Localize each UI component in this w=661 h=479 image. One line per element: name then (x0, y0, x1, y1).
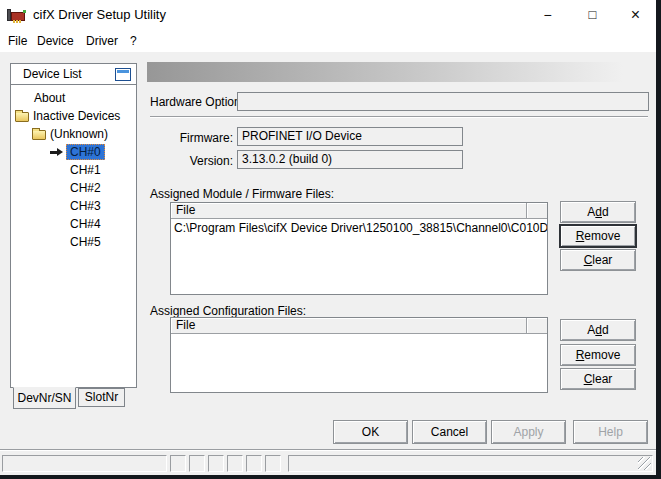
module-files-label: Assigned Module / Firmware Files: (150, 187, 334, 201)
list-header-filler (527, 203, 547, 219)
list-header: File (171, 318, 547, 334)
button-accel-part: d (595, 323, 602, 337)
button-label-part: d (602, 323, 609, 337)
button-label-part: lear (592, 253, 612, 267)
menu-bar: File Device Driver ? (0, 30, 656, 52)
cancel-button[interactable]: Cancel (412, 420, 487, 444)
device-list-panel: Device List About Inactive Devices (Unkn… (10, 63, 137, 388)
tree-item-ch3[interactable]: CH#3 (11, 197, 136, 215)
menu-device[interactable]: Device (33, 30, 78, 52)
screenshot-canvas: cifX Driver Setup Utility − □ × File Dev… (0, 0, 661, 479)
firmware-value-field: PROFINET I/O Device (237, 127, 463, 146)
tree-item-unknown-device[interactable]: (Unknown) (11, 125, 136, 143)
tree-item-label: Inactive Devices (33, 107, 120, 125)
device-list-title: Device List (23, 64, 82, 84)
tree-item-label: CH#1 (70, 161, 101, 179)
menu-file[interactable]: File (4, 30, 31, 52)
help-button: Help (573, 420, 648, 444)
config-clear-button[interactable]: Clear (560, 368, 636, 390)
module-add-button[interactable]: Add (560, 201, 636, 223)
tab-slotnr[interactable]: SlotNr (78, 388, 125, 407)
config-add-button[interactable]: Add (560, 319, 636, 341)
statusbar-panel-square (246, 455, 262, 472)
config-remove-button[interactable]: Remove (560, 344, 636, 366)
config-files-list[interactable]: File (170, 317, 548, 393)
menu-help[interactable]: ? (126, 30, 141, 52)
cifx-driver-setup-window: cifX Driver Setup Utility − □ × File Dev… (0, 0, 656, 475)
statusbar-panel-main (2, 455, 167, 472)
app-icon-part (13, 20, 15, 23)
hardware-option-label: Hardware Option: (150, 95, 244, 109)
statusbar-panel-square (265, 455, 281, 472)
tree-item-label: CH#5 (70, 233, 101, 251)
minimize-icon[interactable]: − (525, 0, 570, 30)
apply-button: Apply (491, 420, 566, 444)
statusbar-panel-right (288, 455, 653, 472)
tree-item-label: About (34, 89, 65, 107)
config-files-label: Assigned Configuration Files: (150, 304, 306, 318)
tree-item-label: CH#2 (70, 179, 101, 197)
title-bar[interactable]: cifX Driver Setup Utility − □ × (0, 0, 656, 30)
current-channel-arrow-icon (49, 146, 64, 158)
resize-grip[interactable] (638, 457, 651, 470)
version-label: Version: (150, 154, 233, 168)
separator-line (150, 116, 648, 118)
button-label-part: emove (584, 348, 620, 362)
device-tree: About Inactive Devices (Unknown) CH#0 CH… (11, 85, 136, 251)
maximize-icon[interactable]: □ (570, 0, 615, 30)
statusbar-panel-square (189, 455, 205, 472)
button-label-part: d (602, 205, 609, 219)
device-list-header: Device List (11, 64, 136, 85)
statusbar-panel-square (208, 455, 224, 472)
tree-item-ch1[interactable]: CH#1 (11, 161, 136, 179)
app-icon-part (23, 10, 26, 13)
tree-item-ch4[interactable]: CH#4 (11, 215, 136, 233)
section-gradient-banner (147, 62, 648, 82)
device-list-window-icon[interactable] (115, 68, 131, 81)
module-file-row[interactable]: C:\Program Files\cifX Device Driver\1250… (171, 219, 547, 236)
list-header: File (171, 203, 547, 219)
button-accel-part: R (576, 348, 585, 362)
tree-item-label: (Unknown) (50, 125, 108, 143)
module-files-list[interactable]: File C:\Program Files\cifX Device Driver… (170, 202, 548, 295)
hardware-option-field[interactable] (237, 92, 649, 111)
button-accel-part: R (576, 229, 585, 243)
statusbar-panel-square (227, 455, 243, 472)
button-accel-part: d (595, 205, 602, 219)
status-bar (0, 451, 656, 475)
firmware-label: Firmware: (150, 131, 233, 145)
tree-item-ch2[interactable]: CH#2 (11, 179, 136, 197)
module-clear-button[interactable]: Clear (560, 249, 636, 271)
tree-item-label: CH#3 (70, 197, 101, 215)
app-icon-part (16, 20, 18, 23)
file-column-header[interactable]: File (171, 203, 527, 219)
tree-item-inactive-devices[interactable]: Inactive Devices (11, 107, 136, 125)
list-header-filler (527, 318, 547, 334)
tree-item-label: CH#4 (70, 215, 101, 233)
file-column-header[interactable]: File (171, 318, 527, 334)
tree-item-ch0-selected[interactable]: CH#0 (11, 143, 136, 161)
ok-button[interactable]: OK (333, 420, 408, 444)
folder-icon (32, 130, 46, 140)
tree-item-label-selected: CH#0 (66, 144, 105, 160)
tab-devnr-sn[interactable]: DevNr/SN (13, 387, 76, 409)
statusbar-panel-square (170, 455, 186, 472)
window-title: cifX Driver Setup Utility (33, 7, 166, 23)
button-label-part: lear (592, 372, 612, 386)
menu-driver[interactable]: Driver (82, 30, 122, 52)
version-value-field: 3.13.0.2 (build 0) (237, 150, 463, 169)
folder-icon (15, 112, 29, 122)
module-remove-button[interactable]: Remove (560, 225, 636, 247)
app-icon-part (19, 20, 21, 23)
tree-item-ch5[interactable]: CH#5 (11, 233, 136, 251)
tree-item-about[interactable]: About (11, 89, 136, 107)
close-icon[interactable]: × (613, 0, 658, 30)
button-label-part: emove (584, 229, 620, 243)
app-icon (7, 8, 27, 23)
